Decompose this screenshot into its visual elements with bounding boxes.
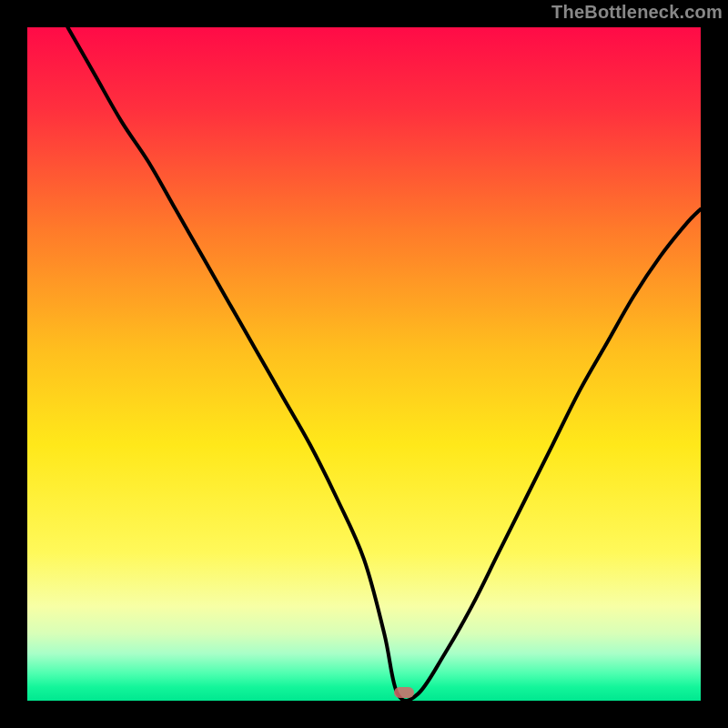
bottleneck-curve [27,27,701,701]
curve-path [67,27,701,701]
chart-frame: TheBottleneck.com [0,0,728,728]
optimum-marker [394,687,414,698]
watermark-text: TheBottleneck.com [551,2,723,23]
plot-area [27,27,701,701]
